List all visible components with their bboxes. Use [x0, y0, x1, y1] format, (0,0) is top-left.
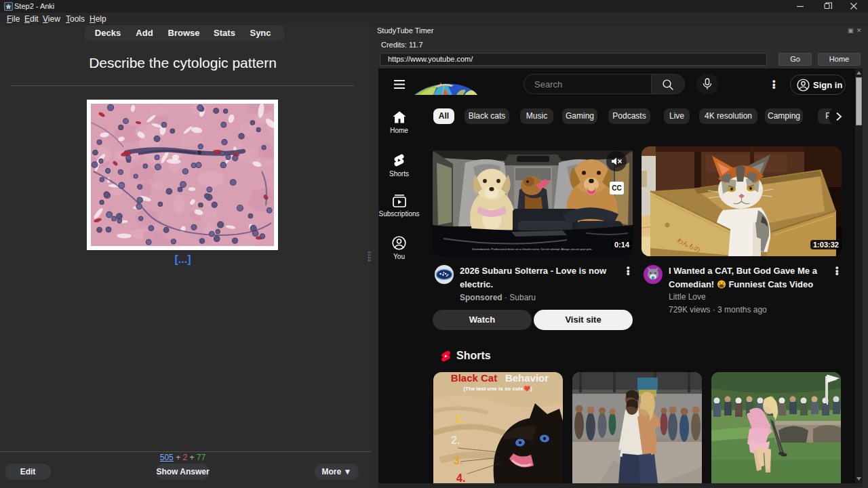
svg-text:Black Cat: Black Cat — [451, 372, 497, 384]
svg-text:3.: 3. — [454, 455, 462, 466]
svg-text:Behavior: Behavior — [505, 372, 549, 384]
svg-text:4.: 4. — [456, 472, 465, 483]
svg-text:(The last one is so cute❤️): (The last one is so cute❤️) — [463, 385, 532, 392]
svg-text:2.: 2. — [451, 434, 460, 446]
svg-text:Dramatization. Professional dr: Dramatization. Professional driver on a … — [472, 247, 593, 251]
svg-text:1.: 1. — [455, 413, 464, 425]
